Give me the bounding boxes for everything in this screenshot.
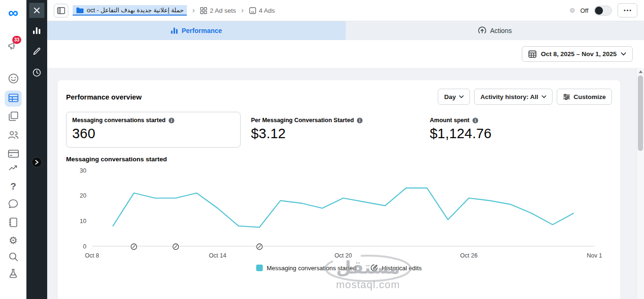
line-chart: 0102030Oct 8Oct 14Oct 20Oct 26Nov 1 xyxy=(66,165,612,263)
activity-history-label: Activity history: All xyxy=(480,93,538,100)
clock-icon xyxy=(33,68,41,77)
metric-value: $1,124.76 xyxy=(430,126,592,141)
people-icon xyxy=(8,130,19,141)
breadcrumb-campaign[interactable]: حملة إعلانية جديدة بهدف التفاعل - oct xyxy=(73,5,187,16)
info-icon[interactable] xyxy=(168,117,175,124)
metric-label: Amount spent xyxy=(430,117,469,124)
tab-performance[interactable]: Performance xyxy=(47,21,346,40)
performance-bars-icon xyxy=(171,27,178,34)
activity-history-dropdown[interactable]: Activity history: All xyxy=(474,89,552,105)
card-title: Performance overview xyxy=(66,93,142,101)
sidebar-item-experiments[interactable] xyxy=(0,267,26,281)
meta-logo-icon[interactable]: ∞ xyxy=(0,5,26,21)
ads-square-icon xyxy=(249,7,256,14)
series-swatch xyxy=(256,265,263,271)
calendar-icon xyxy=(528,50,536,58)
more-options-button[interactable] xyxy=(618,3,637,17)
tab-performance-label: Performance xyxy=(182,27,222,34)
sidebar-item-search[interactable] xyxy=(0,250,26,265)
svg-text:30: 30 xyxy=(80,167,86,174)
folder-icon xyxy=(76,7,84,14)
main-area: حملة إعلانية جديدة بهدف التفاعل - oct › … xyxy=(47,0,644,299)
notification-badge: 33 xyxy=(12,36,21,44)
toggle-knob xyxy=(595,7,603,15)
ads-label: 4 Ads xyxy=(259,7,275,14)
granularity-dropdown[interactable]: Day xyxy=(438,89,470,105)
svg-text:Nov 1: Nov 1 xyxy=(587,252,602,259)
rail-item-reports[interactable] xyxy=(26,27,47,34)
granularity-label: Day xyxy=(444,93,456,100)
svg-text:0: 0 xyxy=(83,243,86,250)
chat-bubble-icon xyxy=(8,199,18,211)
close-button[interactable] xyxy=(29,3,44,18)
breadcrumb-separator-icon: › xyxy=(191,7,195,14)
sidebar-item-campaigns-selected[interactable] xyxy=(5,91,22,107)
campaign-name: حملة إعلانية جديدة بهدف التفاعل - oct xyxy=(87,7,184,14)
chart-title: Messaging conversations started xyxy=(66,156,612,163)
sidebar-item-audiences[interactable] xyxy=(0,129,26,143)
trend-icon xyxy=(9,164,17,173)
ellipsis-icon xyxy=(624,9,631,11)
svg-text:Oct 8: Oct 8 xyxy=(85,252,99,259)
toggle-sidebar-button[interactable] xyxy=(54,4,68,17)
scroll-up-arrow-icon[interactable] xyxy=(639,70,643,73)
breadcrumb-adsets[interactable]: 2 Ad sets xyxy=(200,7,236,14)
metric-cards: Messaging conversations started 360 Per … xyxy=(66,112,612,148)
sidebar-item-notes[interactable] xyxy=(0,216,26,230)
adsets-label: 2 Ad sets xyxy=(210,7,236,14)
smiley-icon xyxy=(8,73,19,86)
breadcrumb-ads[interactable]: 4 Ads xyxy=(249,7,275,14)
metric-card-conversations[interactable]: Messaging conversations started 360 xyxy=(66,112,241,148)
sliders-icon xyxy=(563,94,570,100)
date-filter-bar: Oct 8, 2025 – Nov 1, 2025 xyxy=(47,40,644,68)
svg-text:10: 10 xyxy=(80,218,86,224)
notebook-icon xyxy=(8,217,18,229)
table-icon xyxy=(8,93,18,104)
customize-button[interactable]: Customize xyxy=(557,89,612,105)
close-icon xyxy=(33,7,40,14)
chevron-down-icon xyxy=(459,95,464,98)
expand-panel-button[interactable] xyxy=(32,157,42,167)
credit-card-icon xyxy=(8,150,19,160)
top-bar: حملة إعلانية جديدة بهدف التفاعل - oct › … xyxy=(47,0,644,21)
search-icon xyxy=(8,252,18,264)
view-tabs: Performance Actions xyxy=(47,21,644,40)
sidebar-item-settings[interactable]: ⚙ xyxy=(0,233,26,247)
tab-actions-label: Actions xyxy=(490,27,512,34)
svg-text:20: 20 xyxy=(80,192,86,199)
pencil-icon xyxy=(33,47,41,55)
svg-text:Oct 20: Oct 20 xyxy=(335,252,352,259)
date-range-button[interactable]: Oct 8, 2025 – Nov 1, 2025 xyxy=(522,46,633,62)
vertical-scrollbar xyxy=(636,68,644,299)
tab-actions[interactable]: Actions xyxy=(346,21,644,40)
delivery-status-label: Off xyxy=(580,7,588,14)
scrollbar-thumb[interactable] xyxy=(638,75,643,151)
chevron-down-icon xyxy=(621,52,626,56)
metric-label: Messaging conversations started xyxy=(72,117,166,124)
date-range-label: Oct 8, 2025 – Nov 1, 2025 xyxy=(541,50,617,58)
info-icon[interactable] xyxy=(357,117,363,124)
metric-card-cost-per-conversation[interactable]: Per Messaging Conversation Started $3.12 xyxy=(245,112,419,148)
sidebar-item-billing[interactable] xyxy=(0,148,26,162)
rail-item-history[interactable] xyxy=(26,68,47,77)
info-icon[interactable] xyxy=(472,117,478,124)
delivery-status-dot xyxy=(570,8,575,13)
legend-edits-label: Historical edits xyxy=(382,265,422,272)
sidebar-item-insights[interactable] xyxy=(0,164,26,173)
performance-overview-card: Performance overview Day Activity histor… xyxy=(58,80,620,299)
panel-toggle-icon xyxy=(57,7,65,14)
historical-edit-icon xyxy=(370,264,378,272)
sidebar-item-pages[interactable] xyxy=(0,110,26,124)
metric-value: $3.12 xyxy=(251,126,413,141)
tool-rail xyxy=(26,0,47,299)
metric-card-amount-spent[interactable]: Amount spent $1,124.76 xyxy=(424,112,598,148)
campaign-toggle[interactable] xyxy=(594,6,612,16)
metric-value: 360 xyxy=(72,126,234,141)
sidebar-item-messages[interactable] xyxy=(0,198,26,212)
legend-series-label: Messaging conversations started xyxy=(267,265,356,272)
sidebar-item-help[interactable]: ? xyxy=(0,179,26,193)
breadcrumb-separator-icon: › xyxy=(240,7,244,14)
sidebar-item-account[interactable] xyxy=(0,72,26,86)
rail-item-edit[interactable] xyxy=(26,47,47,55)
pages-icon xyxy=(8,111,18,123)
